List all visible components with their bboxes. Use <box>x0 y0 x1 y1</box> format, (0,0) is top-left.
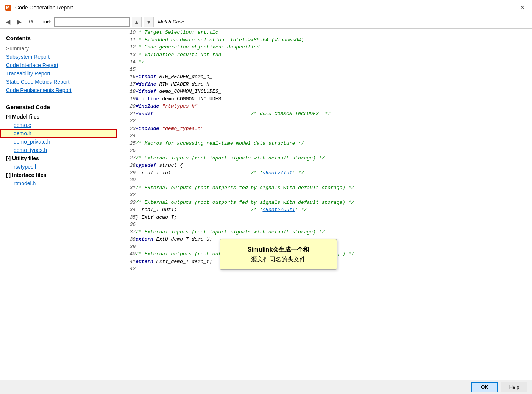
find-input[interactable] <box>54 17 130 27</box>
refresh-button[interactable]: ↺ <box>26 17 36 27</box>
titlebar: M Code Generation Report — □ ✕ <box>0 0 532 15</box>
table-row: 32 <box>117 191 532 199</box>
file-link-rtmodel-h[interactable]: rtmodel.h <box>0 179 117 188</box>
line-content <box>136 191 532 199</box>
line-number: 26 <box>117 147 136 155</box>
sidebar-item-summary[interactable]: Summary <box>0 44 117 53</box>
line-number: 19 <box>117 95 136 103</box>
table-row: 15 <box>117 66 532 73</box>
table-row: 36 <box>117 221 532 228</box>
ok-button[interactable]: OK <box>471 382 498 392</box>
line-number: 25 <box>117 140 136 147</box>
generated-code-heading: Generated Code <box>0 102 117 113</box>
table-row: 16#ifndef RTW_HEADER_demo_h_ <box>117 73 532 81</box>
line-number: 12 <box>117 44 136 51</box>
utility-files-toggle: [-] <box>6 156 11 161</box>
line-content: # define demo_COMMON_INCLUDES_ <box>136 95 532 103</box>
help-button[interactable]: Help <box>501 382 527 392</box>
table-row: 29 real_T In1; /* '<Root>/In1' */ <box>117 169 532 177</box>
match-case-label: Match Case <box>158 19 184 25</box>
line-content <box>136 221 532 228</box>
sidebar-item-static-metrics[interactable]: Static Code Metrics Report <box>0 78 117 86</box>
line-number: 17 <box>117 81 136 88</box>
line-number: 20 <box>117 103 136 110</box>
window-controls: — □ ✕ <box>490 2 527 13</box>
line-number: 13 <box>117 51 136 59</box>
tooltip-normal-text: 源文件同名的头文件 <box>251 256 306 263</box>
line-number: 11 <box>117 36 136 44</box>
table-row: 37/* External inputs (root inport signal… <box>117 228 532 236</box>
line-number: 32 <box>117 191 136 199</box>
file-link-demo-types-h[interactable]: demo_types.h <box>0 146 117 154</box>
code-area[interactable]: 10 * Target Selection: ert.tlc11 * Embed… <box>117 29 532 380</box>
line-number: 10 <box>117 29 136 36</box>
code-link[interactable]: <Root>/Out1 <box>262 207 295 213</box>
model-files-toggle: [-] <box>6 114 11 119</box>
line-number: 29 <box>117 169 136 177</box>
file-link-demo-c[interactable]: demo.c <box>0 121 117 129</box>
minimize-button[interactable]: — <box>490 2 500 13</box>
window-title: Code Generation Report <box>15 5 490 11</box>
model-files-group[interactable]: [-] Model files <box>0 113 117 121</box>
line-content: #ifndef RTW_HEADER_demo_h_ <box>136 73 532 81</box>
sidebar-item-traceability[interactable]: Traceability Report <box>0 69 117 78</box>
line-content: real_T In1; /* '<Root>/In1' */ <box>136 169 532 177</box>
toolbar: ◀ ▶ ↺ Find: ▲ ▼ Match Case <box>0 15 532 29</box>
sidebar: Contents Summary Subsystem Report Code I… <box>0 29 117 380</box>
sidebar-item-code-replacements[interactable]: Code Replacements Report <box>0 86 117 94</box>
line-number: 14 <box>117 58 136 66</box>
svg-text:M: M <box>6 5 9 10</box>
line-content: * Embedded hardware selection: Intel->x8… <box>136 36 532 44</box>
interface-files-group[interactable]: [-] Interface files <box>0 171 117 179</box>
utility-files-group[interactable]: [-] Utility files <box>0 154 117 163</box>
table-row: 33/* External outputs (root outports fed… <box>117 199 532 206</box>
line-content: /* Macros for accessing real-time model … <box>136 140 532 147</box>
line-number: 30 <box>117 177 136 184</box>
table-row: 34 real_T Out1; /* '<Root>/Out1' */ <box>117 206 532 214</box>
line-number: 22 <box>117 117 136 125</box>
table-row: 11 * Embedded hardware selection: Intel-… <box>117 36 532 44</box>
line-content: } ExtY_demo_T; <box>136 214 532 221</box>
table-row: 25/* Macros for accessing real-time mode… <box>117 140 532 147</box>
line-number: 33 <box>117 199 136 206</box>
maximize-button[interactable]: □ <box>503 2 514 13</box>
find-down-button[interactable]: ▼ <box>144 17 154 27</box>
table-row: 12 * Code generation objectives: Unspeci… <box>117 44 532 51</box>
table-row: 10 * Target Selection: ert.tlc <box>117 29 532 36</box>
line-number: 21 <box>117 110 136 118</box>
code-link[interactable]: <Root>/In1 <box>262 170 292 176</box>
table-row: 26 <box>117 147 532 155</box>
line-content: /* External outputs (root outports fed b… <box>136 184 532 192</box>
sidebar-item-code-interface[interactable]: Code Interface Report <box>0 61 117 69</box>
file-link-rtwtypes-h[interactable]: rtwtypes.h <box>0 163 117 171</box>
table-row: 27/* External inputs (root inport signal… <box>117 155 532 162</box>
file-link-demo-h[interactable]: demo.h <box>0 129 117 138</box>
line-content: * Validation result: Not run <box>136 51 532 59</box>
model-files-label: Model files <box>12 114 39 120</box>
forward-button[interactable]: ▶ <box>14 17 24 27</box>
file-link-demo-private-h[interactable]: demo_private.h <box>0 138 117 146</box>
close-button[interactable]: ✕ <box>517 2 527 13</box>
tooltip: Simulink会生成一个和 源文件同名的头文件 <box>220 239 337 270</box>
line-number: 41 <box>117 258 136 266</box>
table-row: 31/* External outputs (root outports fed… <box>117 184 532 192</box>
interface-files-label: Interface files <box>12 172 46 178</box>
line-content: #include "rtwtypes.h" <box>136 103 532 110</box>
main-content: Contents Summary Subsystem Report Code I… <box>0 29 532 380</box>
code-table: 10 * Target Selection: ert.tlc11 * Embed… <box>117 29 532 273</box>
sidebar-item-subsystem-report[interactable]: Subsystem Report <box>0 53 117 61</box>
back-button[interactable]: ◀ <box>3 17 13 27</box>
table-row: 21#endif /* demo_COMMON_INCLUDES_ */ <box>117 110 532 118</box>
line-content <box>136 117 532 125</box>
interface-files-toggle: [-] <box>6 172 11 178</box>
line-content <box>136 177 532 184</box>
line-number: 35 <box>117 214 136 221</box>
contents-heading: Contents <box>0 33 117 44</box>
tooltip-bold-text: Simulink会生成一个和 <box>248 246 309 253</box>
line-content: /* External inputs (root inport signals … <box>136 228 532 236</box>
line-number: 18 <box>117 88 136 95</box>
table-row: 18#ifndef demo_COMMON_INCLUDES_ <box>117 88 532 95</box>
line-content: * Code generation objectives: Unspecifie… <box>136 44 532 51</box>
find-up-button[interactable]: ▲ <box>132 17 142 27</box>
table-row: 19# define demo_COMMON_INCLUDES_ <box>117 95 532 103</box>
